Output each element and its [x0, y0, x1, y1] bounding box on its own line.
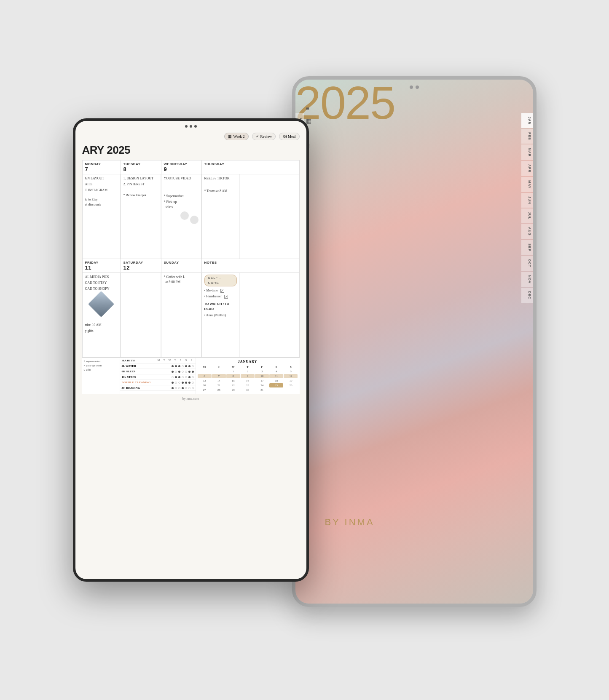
notes-label: NOTES [204, 261, 237, 265]
habit-cleaning-name: DOUBLE CLEANING [122, 381, 172, 384]
dot-s7 [192, 371, 194, 373]
to-watch-tag: TO WATCH / TO READ [204, 302, 237, 312]
month-tab-dec[interactable]: DEC [521, 288, 533, 303]
dot-r1 [172, 387, 174, 389]
cal-w1-3: 1 [226, 369, 240, 374]
dot-r5 [185, 387, 187, 389]
diamond-shape [88, 291, 114, 317]
month-tab-sep[interactable]: SEP [521, 240, 533, 255]
month-tab-nov[interactable]: NOV [521, 272, 533, 287]
hday-s1: S [184, 359, 188, 362]
cal-w4-5: 24 [255, 383, 269, 387]
cal-w4-6: 25 [269, 383, 283, 387]
dot-s5 [185, 371, 187, 373]
month-tab-apr[interactable]: APR [521, 161, 533, 176]
cal-w3-5: 17 [255, 379, 269, 383]
cal-w5-4: 30 [241, 388, 255, 392]
week-btn[interactable]: ▦ Week 2 [224, 133, 248, 140]
sunday-cell: * Coffee with L at 5:00 PM [161, 273, 201, 357]
cal-w4-3: 22 [226, 383, 240, 387]
dot-c7 [192, 382, 194, 384]
cal-w3-3: 15 [226, 379, 240, 383]
decorative-circle-2 [190, 216, 199, 224]
saturday-num: 12 [123, 265, 158, 271]
hl-item-1: * supermarket [84, 360, 118, 363]
cal-hdr-f: F [255, 365, 269, 369]
cal-w4-4: 23 [241, 383, 255, 387]
friday-cell: AL MEDIA PICS OAD TO ETSY OAD TO SHOPY r… [83, 273, 121, 357]
grid-header-bottom: FRIDAY 11 SATURDAY 12 SUNDAY [83, 259, 299, 273]
cal-w4-2: 21 [212, 383, 226, 387]
dot-st1 [172, 376, 174, 378]
cover-brand: BY INMA [325, 517, 375, 528]
dot-s1 [172, 371, 174, 373]
month-tab-oct[interactable]: OCT [521, 256, 533, 271]
header-notes: NOTES [202, 259, 240, 273]
wednesday-cell: YOUTUBE VIDEO * Supermarket * Pick-up sh… [161, 174, 201, 259]
meal-btn[interactable]: 🍽 Meal [279, 133, 300, 140]
habit-sleep-dots [172, 371, 194, 373]
sunday-entry-1: * Coffee with L at 5:00 PM [164, 275, 199, 285]
dot-st5 [185, 376, 187, 378]
cal-w1-7: 5 [284, 369, 298, 374]
dot-r2 [175, 387, 177, 389]
month-tab-jan[interactable]: JAN [521, 113, 533, 128]
month-tab-mar[interactable]: MAR [521, 144, 533, 160]
monday-label: MONDAY [85, 162, 118, 166]
month-tab-jul[interactable]: JUL [521, 208, 533, 223]
review-btn[interactable]: ✓ Review [252, 133, 276, 140]
dot-w4 [182, 365, 184, 367]
month-tabs: JAN FEB MAR APR MAY JUN JUL AUG SEP OCT … [521, 113, 533, 303]
habit-row-steps: 10k STEPS [120, 374, 196, 380]
me-time-checkbox: ✓ [220, 289, 224, 293]
monday-cell: GN LAYOUT AILS T INSTAGRAM tc to Etsyct … [83, 174, 121, 259]
extra-cell-bot [240, 273, 299, 357]
decorative-circle-1 [180, 211, 189, 220]
dot-c1 [172, 382, 174, 384]
cal-w4-1: 20 [198, 383, 212, 387]
month-tab-aug[interactable]: AUG [521, 224, 533, 239]
dot-w2 [175, 365, 177, 367]
cal-w2-7: 12 [284, 374, 298, 378]
month-tab-may[interactable]: MAY [521, 177, 533, 192]
monday-entry-4: tc to Etsyct discounts [85, 197, 118, 207]
cal-hdr-t2: T [241, 365, 255, 369]
wednesday-label: WEDNESDAY [164, 162, 199, 166]
dot-c6 [188, 382, 190, 384]
dot-s2 [175, 371, 177, 373]
cal-w2-1: 6 [198, 374, 212, 378]
dot-r4 [182, 387, 184, 389]
friday-entry-1: AL MEDIA PICS [85, 275, 118, 280]
thursday-cell: REELS / TIKTOK * Teams at 8 AM [202, 174, 240, 259]
tablet-back-camera [410, 85, 419, 89]
dot-w1 [172, 365, 174, 367]
month-tab-feb[interactable]: FEB [521, 129, 533, 144]
meal-icon: 🍽 [283, 134, 287, 139]
month-tab-jun[interactable]: JUN [521, 193, 533, 208]
habits-header-row: HABITS M T W T F S S [120, 358, 196, 363]
dot-r3 [178, 387, 180, 389]
habit-row-reading: 30' READING [120, 385, 196, 391]
wednesday-num: 9 [164, 166, 199, 172]
hairdresser-checkbox: ✓ [224, 295, 228, 299]
tuesday-entry-1: 1. DESIGN LAYOUT [123, 176, 158, 181]
habit-cleaning-dots [172, 382, 194, 384]
front-camera-dot-3 [194, 125, 197, 128]
habit-row-cleaning: DOUBLE CLEANING [120, 380, 196, 385]
dot-r7 [192, 387, 194, 389]
scene: ≡ ▦ + ⬆ 2025 BY INMA YEARLY JAN FEB MAR … [73, 55, 537, 645]
sunday-label: SUNDAY [164, 261, 199, 265]
planner-title-text: ARY 2025 [82, 144, 131, 156]
tuesday-num: 8 [123, 166, 158, 172]
header-sunday: SUNDAY [161, 259, 201, 273]
tuesday-cell: 1. DESIGN LAYOUT 2. PINTEREST * Renew Fr… [121, 174, 161, 259]
week-btn-label: Week 2 [233, 134, 244, 139]
mini-cal-grid: M T W T F S S 1 2 3 [198, 365, 298, 392]
dot-st2 [175, 376, 177, 378]
mini-calendar: JANUARY M T W T F S S 1 [196, 358, 300, 394]
habits-tracker: HABITS M T W T F S S [120, 358, 196, 394]
cal-w2-4: 9 [241, 374, 255, 378]
hday-m: M [157, 359, 161, 362]
header-wednesday: WEDNESDAY 9 [161, 160, 201, 174]
dot-st3 [178, 376, 180, 378]
